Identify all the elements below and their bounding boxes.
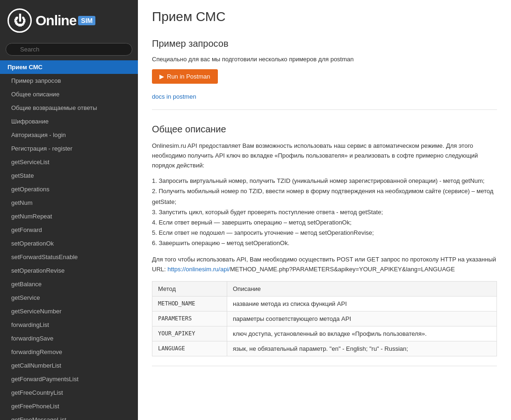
nav-link-setForwardStatusEnable[interactable]: setForwardStatusEnable	[0, 250, 138, 264]
nav-link-getForward[interactable]: getForward	[0, 223, 138, 237]
nav-item-shifrovanie[interactable]: Шифрование	[0, 115, 138, 128]
nav-item-getFreePhoneList[interactable]: getFreePhoneList	[0, 399, 138, 413]
play-icon: ▶	[159, 73, 164, 80]
nav-item-primer-zaprosov[interactable]: Пример запросов	[0, 74, 138, 87]
nav-item-getForward[interactable]: getForward	[0, 223, 138, 237]
nav-link-priom-sms[interactable]: Прием СМС	[0, 60, 138, 74]
nav-item-obshchie-otvety[interactable]: Общие возвращаемые ответы	[0, 101, 138, 115]
nav-item-getFreeCountryList[interactable]: getFreeCountryList	[0, 386, 138, 399]
param-key-method-name: METHOD_NAME	[152, 296, 227, 311]
nav-link-getFreeMessageList[interactable]: getFreeMessageList	[0, 413, 138, 420]
nav-item-getServiceNumber[interactable]: getServiceNumber	[0, 304, 138, 318]
nav-item-getService[interactable]: getService	[0, 291, 138, 304]
step-2: 2. Получить мобильный номер по TZID, вве…	[152, 186, 497, 207]
nav-item-setOperationOk[interactable]: setOperationOk	[0, 237, 138, 250]
steps-list: 1. Запросить виртуальный номер, получить…	[152, 176, 497, 248]
sidebar: ⏻ Online SIM 🔍 Прием СМС Пример запросов…	[0, 0, 138, 420]
nav-list: Прием СМС Пример запросов Общее описание…	[0, 60, 138, 420]
section1-desc: Специально для вас мы подготовили нескол…	[152, 56, 497, 63]
step-1: 1. Запросить виртуальный номер, получить…	[152, 176, 497, 186]
nav-item-setForwardStatusEnable[interactable]: setForwardStatusEnable	[0, 250, 138, 264]
nav-item-getCallNumberList[interactable]: getCallNumberList	[0, 359, 138, 372]
nav-link-forwardingList[interactable]: forwardingList	[0, 318, 138, 332]
nav-link-getOperations[interactable]: getOperations	[0, 182, 138, 196]
nav-link-getCallNumberList[interactable]: getCallNumberList	[0, 359, 138, 372]
nav-link-forwardingRemove[interactable]: forwardingRemove	[0, 345, 138, 359]
step-4: 4. Если ответ верный — завершить операци…	[152, 217, 497, 228]
nav-link-getFreeCountryList[interactable]: getFreeCountryList	[0, 386, 138, 399]
nav-item-forwardingSave[interactable]: forwardingSave	[0, 332, 138, 345]
nav-link-getState[interactable]: getState	[0, 169, 138, 182]
nav-link-registratsiya[interactable]: Регистрация - register	[0, 142, 138, 155]
api-url-suffix: METHOD_NAME.php?PARAMETERS&apikey=YOUR_A…	[230, 266, 455, 273]
table-col2-header: Описание	[227, 281, 497, 296]
nav-item-getBalance[interactable]: getBalance	[0, 277, 138, 291]
nav-link-getService[interactable]: getService	[0, 291, 138, 304]
table-row: YOUR_APIKEY ключ доступа, установленный …	[152, 326, 497, 341]
nav-item-getNum[interactable]: getNum	[0, 196, 138, 210]
run-postman-label: Run in Postman	[167, 73, 210, 80]
logo-power-icon: ⏻	[7, 8, 32, 33]
section2-title: Общее описание	[152, 124, 497, 135]
nav-link-getFreePhoneList[interactable]: getFreePhoneList	[0, 399, 138, 413]
search-area: 🔍	[0, 39, 138, 60]
nav-link-obshchee-opisanie[interactable]: Общее описание	[0, 87, 138, 101]
search-wrapper: 🔍	[6, 43, 132, 56]
nav-item-registratsiya[interactable]: Регистрация - register	[0, 142, 138, 155]
nav-item-getForwardPaymentsList[interactable]: getForwardPaymentsList	[0, 372, 138, 386]
nav-link-avtorizatsiya[interactable]: Авторизация - login	[0, 128, 138, 142]
nav-item-avtorizatsiya[interactable]: Авторизация - login	[0, 128, 138, 142]
step-6: 6. Завершить операцию – метод setOperati…	[152, 238, 497, 248]
nav-item-getServiceList[interactable]: getServiceList	[0, 155, 138, 169]
docs-in-postmen-link[interactable]: docs in postmen	[152, 93, 497, 100]
param-desc-apikey: ключ доступа, установленный во вкладке «…	[227, 326, 497, 341]
logo-sim-badge: SIM	[78, 16, 95, 25]
nav-item-priom-sms[interactable]: Прием СМС	[0, 60, 138, 74]
section-primer-zaprosov: Пример запросов Специально для вас мы по…	[152, 38, 497, 110]
nav-link-obshchie-otvety[interactable]: Общие возвращаемые ответы	[0, 101, 138, 115]
param-key-apikey: YOUR_APIKEY	[152, 326, 227, 341]
step-5: 5. Если ответ не подошел — запросить уто…	[152, 228, 497, 238]
api-url-line: Для того чтобы использовать API, Вам нео…	[152, 255, 497, 275]
section2-para1: Onlinesim.ru API предоставляет Вам возмо…	[152, 141, 497, 170]
nav-item-getNumRepeat[interactable]: getNumRepeat	[0, 210, 138, 223]
search-input[interactable]	[6, 43, 132, 56]
table-col1-header: Метод	[152, 281, 227, 296]
run-postman-button[interactable]: ▶ Run in Postman	[152, 69, 218, 84]
nav-link-forwardingSave[interactable]: forwardingSave	[0, 332, 138, 345]
param-key-parameters: PARAMETERS	[152, 311, 227, 326]
logo-online-text: Online	[36, 13, 76, 29]
logo-area: ⏻ Online SIM	[0, 0, 138, 39]
nav-link-shifrovanie[interactable]: Шифрование	[0, 115, 138, 128]
nav-link-getNum[interactable]: getNum	[0, 196, 138, 210]
section-obshchee-opisanie: Общее описание Onlinesim.ru API предоста…	[152, 124, 497, 366]
nav-item-getState[interactable]: getState	[0, 169, 138, 182]
nav-link-setOperationOk[interactable]: setOperationOk	[0, 237, 138, 250]
param-desc-language: язык, не обязательный параметр. "en" - E…	[227, 341, 497, 356]
page-title: Прием СМС	[152, 9, 497, 29]
main-content: Прием СМС Пример запросов Специально для…	[138, 0, 511, 420]
nav-link-getForwardPaymentsList[interactable]: getForwardPaymentsList	[0, 372, 138, 386]
nav-link-primer-zaprosov[interactable]: Пример запросов	[0, 74, 138, 87]
nav-item-forwardingList[interactable]: forwardingList	[0, 318, 138, 332]
nav-link-getBalance[interactable]: getBalance	[0, 277, 138, 291]
api-url-link[interactable]: https://onlinesim.ru/api/	[167, 266, 230, 273]
param-key-language: LANGUAGE	[152, 341, 227, 356]
nav-item-forwardingRemove[interactable]: forwardingRemove	[0, 345, 138, 359]
section1-title: Пример запросов	[152, 38, 497, 49]
nav-link-getServiceList[interactable]: getServiceList	[0, 155, 138, 169]
param-desc-parameters: параметры соответствующего метода API	[227, 311, 497, 326]
nav-item-obshchee-opisanie[interactable]: Общее описание	[0, 87, 138, 101]
nav-item-setOperationRevise[interactable]: setOperationRevise	[0, 264, 138, 277]
nav-item-getOperations[interactable]: getOperations	[0, 182, 138, 196]
nav-link-getNumRepeat[interactable]: getNumRepeat	[0, 210, 138, 223]
table-row: METHOD_NAME название метода из списка фу…	[152, 296, 497, 311]
table-row: PARAMETERS параметры соответствующего ме…	[152, 311, 497, 326]
step-3: 3. Запустить цикл, который будет проверя…	[152, 207, 497, 217]
nav-link-setOperationRevise[interactable]: setOperationRevise	[0, 264, 138, 277]
param-desc-method-name: название метода из списка функций API	[227, 296, 497, 311]
params-table: Метод Описание METHOD_NAME название мето…	[152, 281, 497, 356]
table-row: LANGUAGE язык, не обязательный параметр.…	[152, 341, 497, 356]
nav-item-getFreeMessageList[interactable]: getFreeMessageList	[0, 413, 138, 420]
nav-link-getServiceNumber[interactable]: getServiceNumber	[0, 304, 138, 318]
